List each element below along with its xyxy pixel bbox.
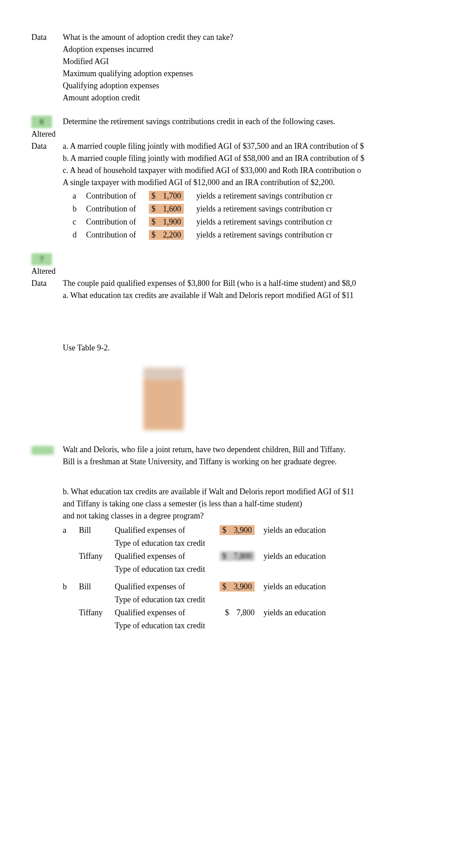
q7-altered-row: Altered — [31, 265, 445, 277]
label-data: Data — [31, 33, 47, 42]
row-yield: yields an education — [258, 550, 329, 563]
row-desc: Contribution of — [86, 190, 149, 203]
row-letter: b — [63, 580, 79, 593]
row-amount — [218, 563, 258, 576]
label-data: Data — [31, 142, 47, 151]
table-row: Type of education tax credit — [63, 537, 329, 550]
q7-pb1: b. What education tax credits are availa… — [63, 486, 445, 498]
row-yield — [258, 563, 329, 576]
row-yield: yields an education — [258, 580, 329, 593]
q7-number-badge: 7 — [31, 253, 52, 266]
table-row: bBillQualified expenses of$3,900yields a… — [63, 580, 329, 593]
row-name: Bill — [79, 524, 115, 537]
row-amount: $1,900 — [149, 216, 187, 229]
q7-p1: The couple paid qualified expenses of $3… — [63, 277, 445, 289]
row-letter: c — [73, 216, 86, 229]
q7-context-row: Walt and Deloris, who file a joint retur… — [31, 444, 445, 468]
table-row: Type of education tax credit — [63, 619, 329, 632]
blur-label — [31, 343, 34, 352]
q7-p1b: a. What education tax credits are availa… — [63, 289, 445, 302]
table-row: bContribution of$1,600yields a retiremen… — [73, 203, 336, 216]
q6-number-badge: 6 — [31, 116, 52, 128]
row-letter — [63, 606, 79, 619]
row-letter: a — [63, 524, 79, 537]
row-amount — [218, 593, 258, 606]
row-name: Tiffany — [79, 606, 115, 619]
row-amount: $7,800 — [218, 550, 258, 563]
blur-green-badge — [31, 446, 54, 455]
table-row: Type of education tax credit — [63, 563, 329, 576]
table-row: cContribution of$1,900yields a retiremen… — [73, 216, 336, 229]
q7-partb-row: b. What education tax credits are availa… — [31, 486, 445, 632]
row-letter — [63, 563, 79, 576]
q5-block: Data What is the amount of adoption cred… — [31, 31, 445, 104]
row-desc: Qualified expenses of — [115, 524, 218, 537]
q6-table: aContribution of$1,700yields a retiremen… — [73, 190, 336, 242]
q7-pb2: and Tiffany is taking one class a semest… — [63, 499, 302, 508]
blurred-block — [143, 367, 184, 430]
row-amount — [218, 619, 258, 632]
table-row: dContribution of$2,200yields a retiremen… — [73, 229, 336, 242]
row-amount: $7,800 — [218, 606, 258, 619]
q6-c2: c. A head of household taxpayer with mod… — [63, 164, 445, 177]
row-amount: $3,900 — [218, 524, 258, 537]
row-yield — [258, 593, 329, 606]
row-name — [79, 619, 115, 632]
q5-l1: Modified AGI — [63, 56, 445, 68]
row-yield: yields a retirement savings contribution… — [187, 216, 336, 229]
row-yield — [258, 619, 329, 632]
row-desc: Type of education tax credit — [115, 593, 218, 606]
row-yield: yields a retirement savings contribution… — [187, 190, 336, 203]
q6-c0: a. A married couple filing jointly with … — [63, 140, 445, 152]
q5-l3: Qualifying adoption expenses — [63, 80, 445, 92]
row-desc: Type of education tax credit — [115, 563, 218, 576]
table-row: TiffanyQualified expenses of$7,800yields… — [63, 550, 329, 563]
row-amount: $2,200 — [149, 229, 187, 242]
q5-l0: Adoption expenses incurred — [63, 43, 445, 56]
table-row: TiffanyQualified expenses of$7,800yields… — [63, 606, 329, 619]
row-desc: Qualified expenses of — [115, 580, 218, 593]
table-row: aBillQualified expenses of$3,900yields a… — [63, 524, 329, 537]
label-data: Data — [31, 279, 47, 288]
q7-body: Data The couple paid qualified expenses … — [31, 277, 445, 302]
q5-question: What is the amount of adoption credit th… — [63, 31, 445, 43]
row-desc: Qualified expenses of — [115, 550, 218, 563]
label-altered: Altered — [31, 267, 56, 276]
row-desc: Type of education tax credit — [115, 537, 218, 550]
q7-ctx2: Bill is a freshman at State University, … — [63, 456, 445, 468]
row-desc: Qualified expenses of — [115, 606, 218, 619]
row-amount: $1,700 — [149, 190, 187, 203]
row-letter — [63, 537, 79, 550]
q6-c1: b. A married couple filing jointly with … — [63, 152, 445, 164]
row-letter: b — [73, 203, 86, 216]
q6-altered-row: Altered — [31, 128, 445, 140]
row-letter: a — [73, 190, 86, 203]
row-letter — [63, 619, 79, 632]
row-yield: yields an education — [258, 524, 329, 537]
q6-header: 6 Determine the retirement savings contr… — [31, 116, 445, 128]
row-letter — [63, 550, 79, 563]
row-desc: Type of education tax credit — [115, 619, 218, 632]
q7-tableref-row: Use Table 9-2. — [31, 342, 445, 354]
row-name: Bill — [79, 580, 115, 593]
row-desc: Contribution of — [86, 216, 149, 229]
row-name — [79, 563, 115, 576]
table-row: Type of education tax credit — [63, 593, 329, 606]
row-yield: yields a retirement savings contribution… — [187, 203, 336, 216]
q6-question: Determine the retirement savings contrib… — [63, 116, 445, 128]
q6-body: Data a. A married couple filing jointly … — [31, 140, 445, 242]
q5-l2: Maximum qualifying adoption expenses — [63, 68, 445, 80]
row-yield: yields an education — [258, 606, 329, 619]
row-name — [79, 593, 115, 606]
q7-table-ref: Use Table 9-2. — [63, 342, 445, 354]
row-yield — [258, 537, 329, 550]
q7-pb3: and not taking classes in a degree progr… — [63, 510, 445, 522]
table-row: aContribution of$1,700yields a retiremen… — [73, 190, 336, 203]
row-yield: yields a retirement savings contribution… — [187, 229, 336, 242]
row-desc: Contribution of — [86, 229, 149, 242]
row-name — [79, 537, 115, 550]
q5-l4: Amount adoption credit — [63, 92, 445, 104]
row-letter — [63, 593, 79, 606]
q6-c3: A single taxpayer with modified AGI of $… — [63, 177, 445, 189]
row-letter: d — [73, 229, 86, 242]
